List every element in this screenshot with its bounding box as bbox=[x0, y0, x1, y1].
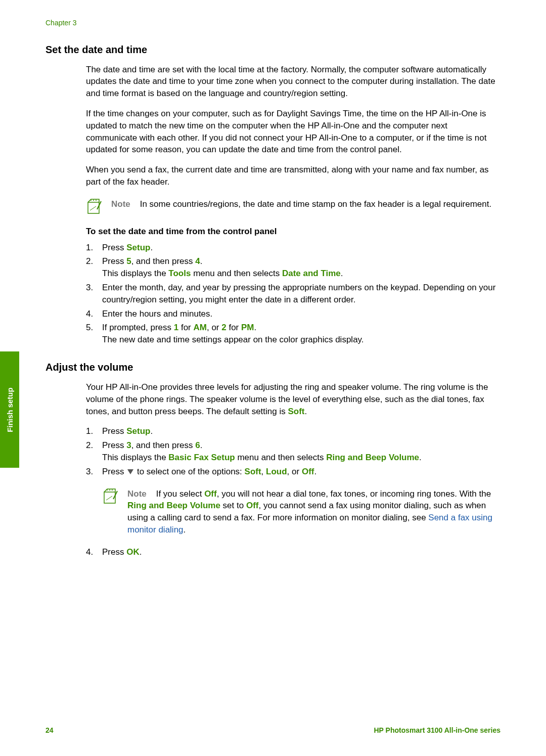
date-time-keyword: Date and Time bbox=[282, 269, 341, 278]
side-tab-label: Finish setup bbox=[5, 387, 15, 432]
proc-title: To set the date and time from the contro… bbox=[86, 226, 500, 238]
step-3: 3. Enter the month, day, and year by pre… bbox=[86, 282, 500, 306]
down-arrow-icon bbox=[127, 469, 133, 474]
vol-step-3: 3. Press to select one of the options: S… bbox=[86, 466, 500, 478]
product-name: HP Photosmart 3100 All-in-One series bbox=[374, 726, 500, 736]
note-label: Note bbox=[111, 199, 130, 209]
step-1: 1. Press Setup. bbox=[86, 242, 500, 254]
ok-keyword: OK bbox=[126, 547, 140, 557]
section1-p2: If the time changes on your computer, su… bbox=[86, 108, 500, 156]
setup-keyword: Setup bbox=[126, 243, 150, 252]
section1-body: The date and time are set with the local… bbox=[86, 64, 500, 346]
tools-keyword: Tools bbox=[168, 269, 191, 278]
section1-title: Set the date and time bbox=[46, 42, 500, 57]
section2-p1: Your HP All-in-One provides three levels… bbox=[86, 381, 500, 417]
soft-keyword: Soft bbox=[288, 407, 304, 416]
section2-note: Note If you select Off, you will not hea… bbox=[102, 488, 500, 536]
page-footer: 24 HP Photosmart 3100 All-in-One series bbox=[46, 726, 500, 736]
section1-steps: 1. Press Setup. 2. Press 5, and then pre… bbox=[86, 242, 500, 346]
svg-point-5 bbox=[107, 490, 108, 491]
setup-keyword: Setup bbox=[126, 426, 150, 436]
vol-step-2: 2. Press 3, and then press 6. This displ… bbox=[86, 439, 500, 464]
step-2: 2. Press 5, and then press 4. This displ… bbox=[86, 255, 500, 280]
section1-p1: The date and time are set with the local… bbox=[86, 64, 500, 100]
note-icon bbox=[102, 488, 119, 505]
section2-title: Adjust the volume bbox=[46, 360, 500, 374]
section2-steps-cont: 4. Press OK. bbox=[86, 546, 500, 558]
ring-beep-keyword: Ring and Beep Volume bbox=[326, 453, 419, 462]
section1-p3: When you send a fax, the current date an… bbox=[86, 164, 500, 188]
note-icon bbox=[86, 198, 103, 215]
page-content: Chapter 3 Set the date and time The date… bbox=[0, 0, 546, 558]
note-body: Note In some countries/regions, the date… bbox=[111, 198, 500, 215]
side-tab: Finish setup bbox=[0, 351, 19, 468]
svg-point-2 bbox=[93, 200, 94, 201]
vol-step-1: 1. Press Setup. bbox=[86, 425, 500, 437]
svg-point-1 bbox=[90, 200, 92, 201]
section1-note: Note In some countries/regions, the date… bbox=[86, 198, 500, 215]
vol-step-4: 4. Press OK. bbox=[86, 546, 500, 558]
svg-point-7 bbox=[112, 490, 113, 491]
svg-point-6 bbox=[109, 490, 110, 491]
note-label: Note bbox=[127, 489, 147, 499]
svg-point-3 bbox=[96, 200, 97, 201]
note-text: In some countries/regions, the date and … bbox=[140, 199, 492, 209]
step-4: 4. Enter the hours and minutes. bbox=[86, 308, 500, 320]
chapter-label: Chapter 3 bbox=[46, 18, 500, 28]
page-number: 24 bbox=[46, 726, 54, 736]
basic-fax-setup-keyword: Basic Fax Setup bbox=[168, 453, 235, 462]
note-body: Note If you select Off, you will not hea… bbox=[127, 488, 500, 536]
step-5: 5. If prompted, press 1 for AM, or 2 for… bbox=[86, 322, 500, 346]
section2-body: Your HP All-in-One provides three levels… bbox=[86, 381, 500, 558]
section2-steps: 1. Press Setup. 2. Press 3, and then pre… bbox=[86, 425, 500, 477]
